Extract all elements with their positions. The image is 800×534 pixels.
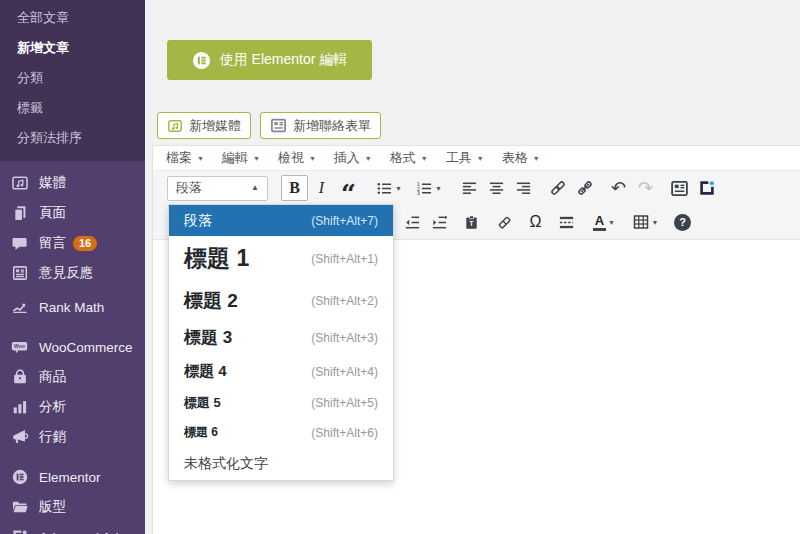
help-button[interactable]: ? [669, 209, 696, 235]
sidebar-item-pages[interactable]: 頁面 [0, 198, 145, 228]
italic-button[interactable]: I [308, 175, 335, 201]
admin-sidebar: 全部文章 新增文章 分類 標籤 分類法排序 媒體 頁面 留言 16 [0, 0, 145, 534]
caret-down-icon: ▼ [477, 155, 484, 162]
sidebar-item-categories[interactable]: 分類 [0, 63, 145, 93]
svg-text:T: T [469, 219, 474, 227]
sidebar-item-taxonomy-order[interactable]: 分類法排序 [0, 123, 145, 153]
sidebar-item-label: 頁面 [39, 204, 66, 222]
format-option-heading-6[interactable]: 標題 6 (Shift+Alt+6) [169, 418, 393, 447]
posts-submenu: 全部文章 新增文章 分類 標籤 分類法排序 [0, 0, 145, 161]
align-center-button[interactable] [483, 175, 510, 201]
sidebar-item-analytics[interactable]: 分析 [0, 392, 145, 422]
sidebar-item-rank-math[interactable]: Rank Math [0, 292, 145, 322]
numbered-list-button[interactable]: 123 ▼ [409, 175, 449, 201]
sidebar-item-label: 意見反應 [39, 264, 93, 282]
sidebar-item-templates[interactable]: 版型 [0, 492, 145, 522]
read-more-icon [558, 214, 575, 231]
format-option-heading-1[interactable]: 標題 1 (Shift+Alt+1) [169, 236, 393, 281]
menu-format[interactable]: 格式▼ [381, 146, 437, 170]
sidebar-item-tags[interactable]: 標籤 [0, 93, 145, 123]
sidebar-item-label: Advanced Ads [39, 530, 125, 534]
menu-label: 插入 [334, 149, 360, 167]
format-option-label: 標題 4 [184, 362, 227, 381]
format-option-heading-2[interactable]: 標題 2 (Shift+Alt+2) [169, 281, 393, 320]
format-option-label: 未格式化文字 [184, 455, 268, 473]
menu-edit[interactable]: 編輯▼ [213, 146, 269, 170]
contact-form-icon [270, 117, 287, 134]
sidebar-item-label: 商品 [39, 368, 66, 386]
bold-button[interactable]: B [281, 175, 308, 201]
marketing-icon [9, 427, 30, 447]
contact-form-toolbar-button[interactable] [666, 175, 693, 201]
format-select[interactable]: 段落 ▲ [167, 176, 268, 201]
format-option-preformatted[interactable]: 未格式化文字 [169, 447, 393, 480]
outdent-button[interactable] [399, 209, 426, 235]
blockquote-button[interactable]: “ [335, 175, 362, 201]
caret-down-icon: ▼ [197, 155, 204, 162]
format-option-shortcut: (Shift+Alt+1) [311, 252, 378, 266]
sidebar-item-media[interactable]: 媒體 [0, 168, 145, 198]
menu-label: 格式 [390, 149, 416, 167]
menu-view[interactable]: 檢視▼ [269, 146, 325, 170]
table-icon [632, 213, 650, 231]
pages-icon [9, 203, 30, 223]
redo-button[interactable]: ↷ [632, 175, 659, 201]
format-option-shortcut: (Shift+Alt+7) [311, 214, 378, 228]
bullet-list-button[interactable]: ▼ [369, 175, 409, 201]
sidebar-item-label: 行銷 [39, 428, 66, 446]
sidebar-item-all-posts[interactable]: 全部文章 [0, 3, 145, 33]
caret-down-icon: ▼ [365, 155, 372, 162]
indent-button[interactable] [426, 209, 453, 235]
contact-form-icon [670, 179, 689, 198]
menu-label: 表格 [502, 149, 528, 167]
caret-down-icon: ▼ [395, 185, 402, 192]
feedback-icon [9, 263, 30, 283]
special-character-button[interactable]: Ω [522, 209, 549, 235]
advanced-ads-toolbar-button[interactable] [693, 175, 720, 201]
sidebar-item-comments[interactable]: 留言 16 [0, 228, 145, 258]
format-option-paragraph[interactable]: 段落 (Shift+Alt+7) [169, 205, 393, 236]
italic-icon: I [319, 179, 324, 197]
remove-link-button[interactable] [571, 175, 598, 201]
sidebar-item-label: 留言 [39, 234, 66, 252]
align-right-button[interactable] [510, 175, 537, 201]
format-option-shortcut: (Shift+Alt+2) [311, 294, 378, 308]
caret-up-icon: ▲ [251, 184, 259, 192]
format-option-shortcut: (Shift+Alt+6) [311, 426, 378, 440]
bullet-list-icon [376, 180, 393, 197]
unlink-icon [576, 179, 594, 197]
format-option-heading-3[interactable]: 標題 3 (Shift+Alt+3) [169, 320, 393, 355]
clear-formatting-button[interactable] [491, 209, 518, 235]
format-option-shortcut: (Shift+Alt+4) [311, 365, 378, 379]
sidebar-item-woocommerce[interactable]: Woo WooCommerce [0, 332, 145, 362]
align-left-button[interactable] [456, 175, 483, 201]
sidebar-item-elementor[interactable]: Elementor [0, 462, 145, 492]
add-media-label: 新增媒體 [189, 117, 241, 135]
sidebar-item-advanced-ads[interactable]: Advanced Ads [0, 522, 145, 534]
format-option-label: 標題 5 [184, 394, 221, 412]
table-button[interactable]: ▼ [624, 209, 666, 235]
caret-down-icon: ▼ [533, 155, 540, 162]
menu-file[interactable]: 檔案▼ [157, 146, 213, 170]
menu-table[interactable]: 表格▼ [493, 146, 549, 170]
add-media-button[interactable]: 新增媒體 [157, 112, 251, 139]
menu-insert[interactable]: 插入▼ [325, 146, 381, 170]
templates-icon [9, 497, 30, 517]
sidebar-item-products[interactable]: 商品 [0, 362, 145, 392]
format-option-heading-5[interactable]: 標題 5 (Shift+Alt+5) [169, 388, 393, 418]
sidebar-item-add-new-post[interactable]: 新增文章 [0, 33, 145, 63]
edit-with-elementor-button[interactable]: 使用 Elementor 編輯 [167, 40, 372, 80]
menu-tools[interactable]: 工具▼ [437, 146, 493, 170]
comments-count-badge: 16 [73, 236, 97, 251]
text-color-button[interactable]: A ▼ [584, 209, 624, 235]
undo-button[interactable]: ↶ [605, 175, 632, 201]
add-contact-form-button[interactable]: 新增聯絡表單 [260, 112, 381, 139]
elementor-icon [9, 467, 30, 487]
sidebar-item-label: 版型 [39, 498, 66, 516]
sidebar-item-marketing[interactable]: 行銷 [0, 422, 145, 452]
format-option-heading-4[interactable]: 標題 4 (Shift+Alt+4) [169, 355, 393, 388]
sidebar-item-feedback[interactable]: 意見反應 [0, 258, 145, 288]
insert-link-button[interactable] [544, 175, 571, 201]
paste-as-text-button[interactable]: T [458, 209, 485, 235]
read-more-button[interactable] [553, 209, 580, 235]
